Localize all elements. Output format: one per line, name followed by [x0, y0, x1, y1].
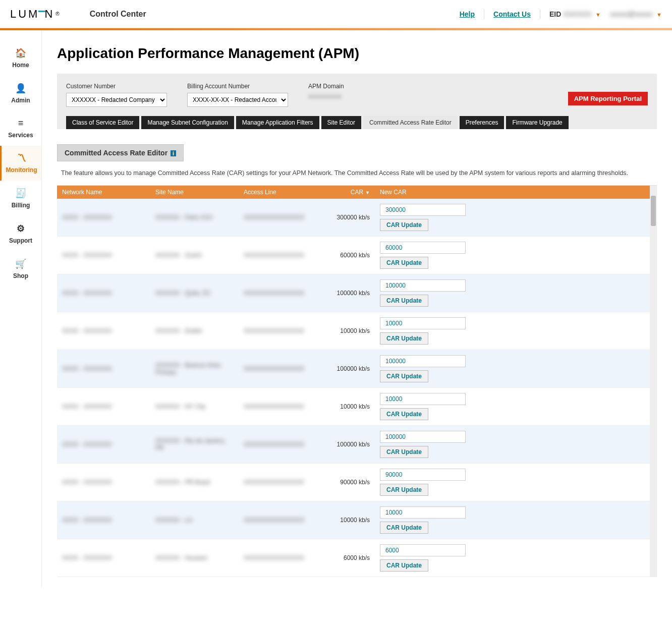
sidebar-item-admin[interactable]: 👤Admin	[0, 76, 41, 111]
logo: LUMN®	[10, 8, 60, 21]
cell-car: 100000 kb/s	[324, 350, 375, 387]
cell-new-car: CAR Update	[375, 236, 657, 274]
divider	[484, 9, 484, 19]
cell-access: XXXXXXXXXXXXXXX	[239, 501, 324, 539]
cell-network: XXXX - XXXXXXX	[57, 539, 150, 577]
col-header-car[interactable]: CAR▼	[324, 186, 375, 199]
cell-network: XXXX - XXXXXXX	[57, 274, 150, 312]
new-car-input[interactable]	[380, 431, 466, 443]
scrollbar[interactable]	[650, 186, 657, 577]
new-car-input[interactable]	[380, 544, 466, 556]
table-row: XXXX - XXXXXXXXXXXXX - DublinXXXXXXXXXXX…	[57, 312, 657, 350]
cell-network: XXXX - XXXXXXX	[57, 199, 150, 237]
col-header-access[interactable]: Access Line	[239, 186, 324, 199]
tab-manage-application-filters[interactable]: Manage Application Filters	[236, 116, 319, 129]
cell-network: XXXX - XXXXXXX	[57, 312, 150, 350]
billing-icon: 🧾	[15, 188, 26, 199]
tab-firmware-upgrade[interactable]: Firmware Upgrade	[506, 116, 568, 129]
cell-car: 100000 kb/s	[324, 425, 375, 463]
sidebar-item-home[interactable]: 🏠Home	[0, 40, 41, 76]
chevron-down-icon[interactable]: ▼	[656, 12, 662, 18]
logo-text-1: LUM	[10, 8, 39, 21]
new-car-input[interactable]	[380, 242, 466, 254]
table-row: XXXX - XXXXXXXXXXXXX - NY CityXXXXXXXXXX…	[57, 387, 657, 425]
cell-site: XXXXXX - LA	[150, 501, 239, 539]
user-email: xxxxx@xxxxx	[610, 10, 652, 18]
sidebar-item-billing[interactable]: 🧾Billing	[0, 181, 41, 216]
col-header-network[interactable]: Network Name	[57, 186, 150, 199]
cell-new-car: CAR Update	[375, 539, 657, 577]
billing-account-select[interactable]: XXXX-XX-XX - Redacted Account	[187, 93, 288, 107]
table-row: XXXX - XXXXXXXXXXXXX - Rio de Janeiro, P…	[57, 425, 657, 463]
home-icon: 🏠	[15, 47, 26, 59]
cell-network: XXXX - XXXXXXX	[57, 501, 150, 539]
filter-panel: Customer Number XXXXXX - Redacted Compan…	[57, 74, 657, 129]
car-update-button[interactable]: CAR Update	[380, 295, 428, 307]
sidebar-item-monitoring[interactable]: 〽Monitoring	[0, 146, 41, 181]
table-container: Network Name Site Name Access Line CAR▼ …	[57, 185, 657, 577]
tab-preferences[interactable]: Preferences	[460, 116, 505, 129]
info-icon[interactable]: i	[171, 150, 176, 156]
col-header-site[interactable]: Site Name	[150, 186, 239, 199]
new-car-input[interactable]	[380, 279, 466, 292]
col-header-newcar[interactable]: New CAR	[375, 186, 657, 199]
tab-bar: Class of Service EditorManage Subnet Con…	[66, 116, 648, 129]
billing-account-label: Billing Account Number	[187, 83, 288, 90]
cell-car: 10000 kb/s	[324, 387, 375, 425]
apm-reporting-portal-button[interactable]: APM Reporting Portal	[568, 92, 648, 105]
new-car-input[interactable]	[380, 469, 466, 481]
table-row: XXXX - XXXXXXXXXXXXX - Buenos Aires Prim…	[57, 350, 657, 387]
car-update-button[interactable]: CAR Update	[380, 219, 428, 231]
sort-desc-icon: ▼	[365, 190, 370, 195]
car-update-button[interactable]: CAR Update	[380, 370, 428, 382]
sidebar-item-label: Admin	[11, 97, 30, 104]
cell-site: XXXXXX - Dublin	[150, 312, 239, 350]
cell-access: XXXXXXXXXXXXXXX	[239, 387, 324, 425]
cell-car: 90000 kb/s	[324, 463, 375, 501]
customer-number-select[interactable]: XXXXXX - Redacted Company Name	[66, 93, 167, 107]
new-car-input[interactable]	[380, 204, 466, 216]
new-car-input[interactable]	[380, 393, 466, 405]
car-update-button[interactable]: CAR Update	[380, 257, 428, 269]
cell-access: XXXXXXXXXXXXXXX	[239, 463, 324, 501]
sidebar-item-label: Services	[8, 132, 33, 139]
tab-site-editor[interactable]: Site Editor	[321, 116, 361, 129]
car-update-button[interactable]: CAR Update	[380, 408, 428, 420]
new-car-input[interactable]	[380, 317, 466, 329]
table-row: XXXX - XXXXXXXXXXXXX - PR BrazilXXXXXXXX…	[57, 463, 657, 501]
car-update-button[interactable]: CAR Update	[380, 559, 428, 572]
billing-account-group: Billing Account Number XXXX-XX-XX - Reda…	[187, 83, 288, 107]
tab-manage-subnet-configuration[interactable]: Manage Subnet Configuration	[141, 116, 234, 129]
sidebar-item-label: Support	[9, 237, 32, 244]
cell-access: XXXXXXXXXXXXXXX	[239, 236, 324, 274]
contact-link[interactable]: Contact Us	[493, 10, 531, 18]
cell-new-car: CAR Update	[375, 199, 657, 237]
car-update-button[interactable]: CAR Update	[380, 332, 428, 345]
new-car-input[interactable]	[380, 506, 466, 519]
sidebar-item-label: Monitoring	[6, 166, 37, 174]
sidebar-item-label: Billing	[12, 202, 30, 209]
eid-group[interactable]: EID XXXXXX ▼	[549, 10, 601, 18]
cell-new-car: CAR Update	[375, 501, 657, 539]
help-link[interactable]: Help	[460, 10, 475, 18]
car-table: Network Name Site Name Access Line CAR▼ …	[57, 186, 657, 577]
sidebar-item-services[interactable]: ≡Services	[0, 111, 41, 146]
divider	[540, 9, 540, 19]
car-update-button[interactable]: CAR Update	[380, 522, 428, 534]
car-update-button[interactable]: CAR Update	[380, 484, 428, 496]
cell-network: XXXX - XXXXXXX	[57, 387, 150, 425]
tab-committed-access-rate-editor[interactable]: Committed Access Rate Editor	[363, 116, 458, 129]
app-title: Control Center	[90, 10, 146, 19]
scrollbar-thumb[interactable]	[651, 196, 656, 226]
car-update-button[interactable]: CAR Update	[380, 446, 428, 458]
cell-new-car: CAR Update	[375, 312, 657, 350]
cell-site: XXXXXX - Rio de Janeiro, PR	[150, 425, 239, 463]
car-editor-section: Committed Access Rate Editor i The featu…	[57, 144, 657, 577]
tab-class-of-service-editor[interactable]: Class of Service Editor	[66, 116, 139, 129]
sidebar-item-support[interactable]: ⚙Support	[0, 216, 41, 251]
eid-label: EID	[549, 10, 561, 18]
chevron-down-icon[interactable]: ▼	[595, 12, 601, 18]
user-menu[interactable]: xxxxx@xxxxx ▼	[610, 10, 662, 18]
new-car-input[interactable]	[380, 355, 466, 367]
sidebar-item-shop[interactable]: 🛒Shop	[0, 251, 41, 287]
